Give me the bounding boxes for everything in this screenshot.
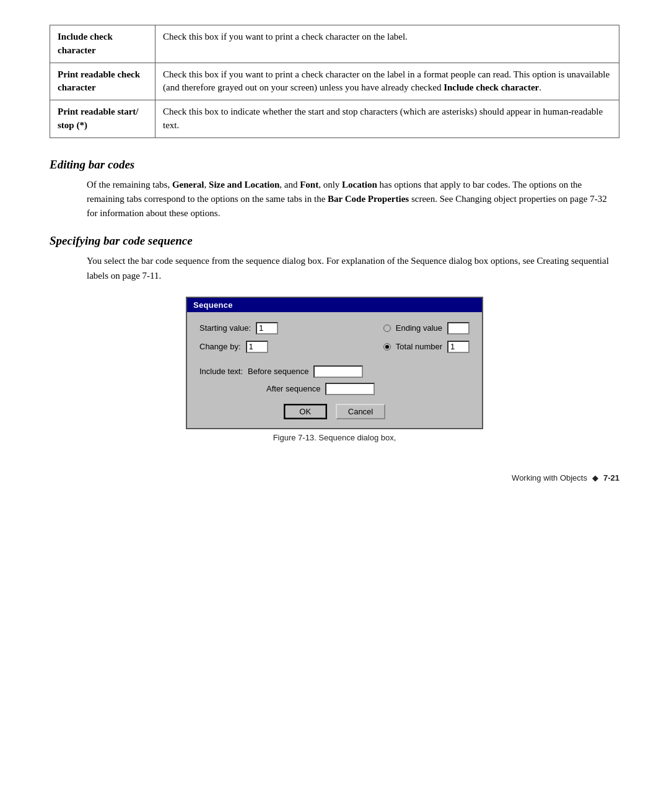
include-text-label: Include text: (199, 367, 243, 376)
after-sequence-row: After sequence (199, 383, 470, 395)
dialog-wrapper: Sequence Starting value: Ending value Ch… (50, 297, 619, 442)
ending-value-label: Ending value (396, 323, 442, 333)
starting-value-input[interactable] (256, 322, 278, 334)
table-row: Print readable start/ stop (*) Check thi… (50, 100, 619, 138)
total-number-radio[interactable] (383, 343, 391, 351)
description-text-end: . (539, 82, 541, 92)
page-number: 7-21 (603, 473, 619, 482)
description-cell: Check this box to indicate whether the s… (155, 100, 619, 138)
page-footer: Working with Objects ◆ 7-21 (50, 473, 619, 482)
description-bold: Include check character (444, 82, 539, 92)
label-text-line2: character (58, 82, 96, 92)
dialog-titlebar: Sequence (187, 298, 482, 312)
description-text-part1: Check this box if you want to print a ch… (163, 69, 610, 93)
editing-heading-text: Editing bar codes (50, 158, 134, 171)
table-row: Include check character Check this box i… (50, 25, 619, 63)
editing-heading: Editing bar codes (50, 158, 619, 172)
description-cell: Check this box if you want to print a ch… (155, 25, 619, 63)
starting-value-row: Starting value: Ending value (199, 322, 470, 334)
footer-text: Working with Objects (512, 473, 587, 482)
label-text-line1: Print readable start/ (58, 107, 139, 116)
change-by-row: Change by: Total number (199, 341, 470, 353)
specifying-heading: Specifying bar code sequence (50, 234, 619, 248)
table-row: Print readable check character Check thi… (50, 63, 619, 100)
after-sequence-input[interactable] (325, 383, 375, 395)
label-cell: Print readable start/ stop (*) (50, 100, 155, 138)
total-number-label: Total number (396, 342, 442, 351)
sequence-dialog: Sequence Starting value: Ending value Ch… (186, 297, 483, 429)
before-sequence-row: Include text: Before sequence (199, 365, 470, 378)
label-cell: Print readable check character (50, 63, 155, 100)
description-text: Check this box if you want to print a ch… (163, 32, 408, 41)
label-text: Include check character (58, 32, 113, 55)
ending-value-input[interactable] (447, 322, 470, 334)
after-sequence-label: After sequence (266, 384, 320, 393)
total-number-input[interactable] (447, 341, 470, 353)
properties-table: Include check character Check this box i… (50, 25, 619, 138)
cancel-label: Cancel (348, 407, 373, 416)
label-text-line2: stop (*) (58, 120, 87, 130)
specifying-para-text: You select the bar code sequence from th… (87, 256, 609, 280)
change-by-input[interactable] (246, 341, 268, 353)
label-text-line1: Print readable check (58, 69, 140, 79)
description-cell: Check this box if you want to print a ch… (155, 63, 619, 100)
specifying-heading-text: Specifying bar code sequence (50, 234, 193, 247)
change-by-label: Change by: (199, 342, 241, 351)
starting-value-label: Starting value: (199, 323, 251, 333)
label-cell: Include check character (50, 25, 155, 63)
ending-value-radio[interactable] (383, 325, 391, 332)
dialog-title: Sequence (193, 300, 233, 310)
cancel-button[interactable]: Cancel (336, 404, 385, 419)
editing-para: Of the remaining tabs, General, Size and… (87, 178, 619, 221)
before-sequence-input[interactable] (313, 365, 363, 378)
figure-caption: Figure 7-13. Sequence dialog box, (273, 433, 396, 442)
dialog-btn-row: OK Cancel (199, 404, 470, 419)
description-text: Check this box to indicate whether the s… (163, 107, 603, 130)
ok-label: OK (299, 407, 311, 416)
ok-button[interactable]: OK (284, 404, 327, 419)
diamond-icon: ◆ (592, 473, 598, 482)
dialog-body: Starting value: Ending value Change by: … (187, 312, 482, 428)
specifying-para: You select the bar code sequence from th… (87, 254, 619, 283)
before-sequence-label: Before sequence (248, 367, 308, 376)
